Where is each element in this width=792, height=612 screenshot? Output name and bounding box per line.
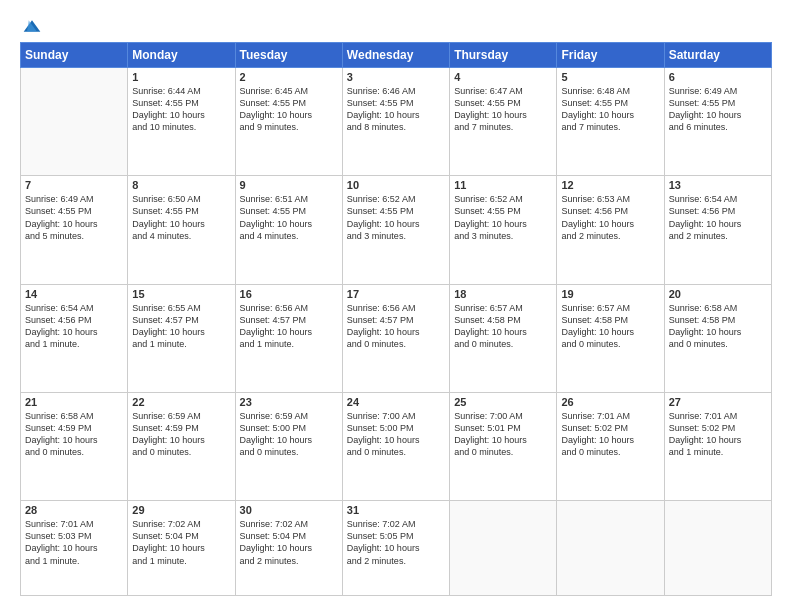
day-info: Sunrise: 7:02 AM Sunset: 5:05 PM Dayligh… — [347, 518, 445, 567]
calendar-cell: 10Sunrise: 6:52 AM Sunset: 4:55 PM Dayli… — [342, 176, 449, 284]
week-row-2: 7Sunrise: 6:49 AM Sunset: 4:55 PM Daylig… — [21, 176, 772, 284]
day-info: Sunrise: 7:00 AM Sunset: 5:01 PM Dayligh… — [454, 410, 552, 459]
col-header-saturday: Saturday — [664, 43, 771, 68]
header-row: SundayMondayTuesdayWednesdayThursdayFrid… — [21, 43, 772, 68]
day-info: Sunrise: 6:54 AM Sunset: 4:56 PM Dayligh… — [669, 193, 767, 242]
day-number: 7 — [25, 179, 123, 191]
day-info: Sunrise: 6:57 AM Sunset: 4:58 PM Dayligh… — [561, 302, 659, 351]
calendar-cell: 6Sunrise: 6:49 AM Sunset: 4:55 PM Daylig… — [664, 68, 771, 176]
calendar-table: SundayMondayTuesdayWednesdayThursdayFrid… — [20, 42, 772, 596]
day-number: 27 — [669, 396, 767, 408]
header — [20, 16, 772, 32]
week-row-5: 28Sunrise: 7:01 AM Sunset: 5:03 PM Dayli… — [21, 501, 772, 596]
day-number: 15 — [132, 288, 230, 300]
day-number: 24 — [347, 396, 445, 408]
day-info: Sunrise: 6:46 AM Sunset: 4:55 PM Dayligh… — [347, 85, 445, 134]
calendar-cell: 2Sunrise: 6:45 AM Sunset: 4:55 PM Daylig… — [235, 68, 342, 176]
day-number: 17 — [347, 288, 445, 300]
calendar-cell: 22Sunrise: 6:59 AM Sunset: 4:59 PM Dayli… — [128, 392, 235, 500]
calendar-cell: 29Sunrise: 7:02 AM Sunset: 5:04 PM Dayli… — [128, 501, 235, 596]
day-number: 18 — [454, 288, 552, 300]
day-info: Sunrise: 6:50 AM Sunset: 4:55 PM Dayligh… — [132, 193, 230, 242]
day-info: Sunrise: 6:56 AM Sunset: 4:57 PM Dayligh… — [347, 302, 445, 351]
day-number: 20 — [669, 288, 767, 300]
calendar-cell: 31Sunrise: 7:02 AM Sunset: 5:05 PM Dayli… — [342, 501, 449, 596]
day-number: 31 — [347, 504, 445, 516]
day-number: 8 — [132, 179, 230, 191]
day-info: Sunrise: 7:01 AM Sunset: 5:03 PM Dayligh… — [25, 518, 123, 567]
day-number: 30 — [240, 504, 338, 516]
day-number: 16 — [240, 288, 338, 300]
day-number: 11 — [454, 179, 552, 191]
day-info: Sunrise: 6:56 AM Sunset: 4:57 PM Dayligh… — [240, 302, 338, 351]
calendar-cell: 9Sunrise: 6:51 AM Sunset: 4:55 PM Daylig… — [235, 176, 342, 284]
day-number: 5 — [561, 71, 659, 83]
calendar-cell: 16Sunrise: 6:56 AM Sunset: 4:57 PM Dayli… — [235, 284, 342, 392]
calendar-cell: 28Sunrise: 7:01 AM Sunset: 5:03 PM Dayli… — [21, 501, 128, 596]
calendar-cell: 17Sunrise: 6:56 AM Sunset: 4:57 PM Dayli… — [342, 284, 449, 392]
col-header-wednesday: Wednesday — [342, 43, 449, 68]
calendar-cell — [557, 501, 664, 596]
week-row-3: 14Sunrise: 6:54 AM Sunset: 4:56 PM Dayli… — [21, 284, 772, 392]
calendar-cell: 8Sunrise: 6:50 AM Sunset: 4:55 PM Daylig… — [128, 176, 235, 284]
day-info: Sunrise: 6:48 AM Sunset: 4:55 PM Dayligh… — [561, 85, 659, 134]
day-number: 1 — [132, 71, 230, 83]
calendar-cell: 25Sunrise: 7:00 AM Sunset: 5:01 PM Dayli… — [450, 392, 557, 500]
calendar-cell: 11Sunrise: 6:52 AM Sunset: 4:55 PM Dayli… — [450, 176, 557, 284]
calendar-cell — [664, 501, 771, 596]
calendar-cell: 27Sunrise: 7:01 AM Sunset: 5:02 PM Dayli… — [664, 392, 771, 500]
day-number: 23 — [240, 396, 338, 408]
calendar-cell: 15Sunrise: 6:55 AM Sunset: 4:57 PM Dayli… — [128, 284, 235, 392]
calendar-cell — [21, 68, 128, 176]
day-number: 4 — [454, 71, 552, 83]
day-number: 6 — [669, 71, 767, 83]
calendar-cell: 24Sunrise: 7:00 AM Sunset: 5:00 PM Dayli… — [342, 392, 449, 500]
day-number: 26 — [561, 396, 659, 408]
day-info: Sunrise: 7:01 AM Sunset: 5:02 PM Dayligh… — [669, 410, 767, 459]
calendar-cell: 21Sunrise: 6:58 AM Sunset: 4:59 PM Dayli… — [21, 392, 128, 500]
day-info: Sunrise: 7:02 AM Sunset: 5:04 PM Dayligh… — [132, 518, 230, 567]
calendar-cell: 14Sunrise: 6:54 AM Sunset: 4:56 PM Dayli… — [21, 284, 128, 392]
day-info: Sunrise: 7:01 AM Sunset: 5:02 PM Dayligh… — [561, 410, 659, 459]
day-info: Sunrise: 6:58 AM Sunset: 4:58 PM Dayligh… — [669, 302, 767, 351]
day-number: 25 — [454, 396, 552, 408]
col-header-tuesday: Tuesday — [235, 43, 342, 68]
day-info: Sunrise: 7:00 AM Sunset: 5:00 PM Dayligh… — [347, 410, 445, 459]
day-number: 9 — [240, 179, 338, 191]
day-info: Sunrise: 6:51 AM Sunset: 4:55 PM Dayligh… — [240, 193, 338, 242]
calendar-cell: 7Sunrise: 6:49 AM Sunset: 4:55 PM Daylig… — [21, 176, 128, 284]
calendar-cell: 3Sunrise: 6:46 AM Sunset: 4:55 PM Daylig… — [342, 68, 449, 176]
day-info: Sunrise: 6:52 AM Sunset: 4:55 PM Dayligh… — [454, 193, 552, 242]
day-number: 13 — [669, 179, 767, 191]
col-header-friday: Friday — [557, 43, 664, 68]
day-number: 12 — [561, 179, 659, 191]
page: SundayMondayTuesdayWednesdayThursdayFrid… — [0, 0, 792, 612]
day-info: Sunrise: 6:57 AM Sunset: 4:58 PM Dayligh… — [454, 302, 552, 351]
day-number: 10 — [347, 179, 445, 191]
calendar-cell: 12Sunrise: 6:53 AM Sunset: 4:56 PM Dayli… — [557, 176, 664, 284]
calendar-cell: 19Sunrise: 6:57 AM Sunset: 4:58 PM Dayli… — [557, 284, 664, 392]
day-info: Sunrise: 6:47 AM Sunset: 4:55 PM Dayligh… — [454, 85, 552, 134]
day-number: 28 — [25, 504, 123, 516]
col-header-thursday: Thursday — [450, 43, 557, 68]
day-number: 3 — [347, 71, 445, 83]
day-info: Sunrise: 6:55 AM Sunset: 4:57 PM Dayligh… — [132, 302, 230, 351]
calendar-cell: 20Sunrise: 6:58 AM Sunset: 4:58 PM Dayli… — [664, 284, 771, 392]
calendar-cell — [450, 501, 557, 596]
day-info: Sunrise: 6:52 AM Sunset: 4:55 PM Dayligh… — [347, 193, 445, 242]
day-info: Sunrise: 7:02 AM Sunset: 5:04 PM Dayligh… — [240, 518, 338, 567]
calendar-cell: 1Sunrise: 6:44 AM Sunset: 4:55 PM Daylig… — [128, 68, 235, 176]
calendar-cell: 13Sunrise: 6:54 AM Sunset: 4:56 PM Dayli… — [664, 176, 771, 284]
day-number: 14 — [25, 288, 123, 300]
day-info: Sunrise: 6:54 AM Sunset: 4:56 PM Dayligh… — [25, 302, 123, 351]
day-info: Sunrise: 6:49 AM Sunset: 4:55 PM Dayligh… — [25, 193, 123, 242]
col-header-monday: Monday — [128, 43, 235, 68]
col-header-sunday: Sunday — [21, 43, 128, 68]
day-number: 2 — [240, 71, 338, 83]
day-number: 22 — [132, 396, 230, 408]
calendar-cell: 18Sunrise: 6:57 AM Sunset: 4:58 PM Dayli… — [450, 284, 557, 392]
logo-icon — [22, 16, 42, 36]
week-row-1: 1Sunrise: 6:44 AM Sunset: 4:55 PM Daylig… — [21, 68, 772, 176]
calendar-cell: 30Sunrise: 7:02 AM Sunset: 5:04 PM Dayli… — [235, 501, 342, 596]
calendar-cell: 26Sunrise: 7:01 AM Sunset: 5:02 PM Dayli… — [557, 392, 664, 500]
